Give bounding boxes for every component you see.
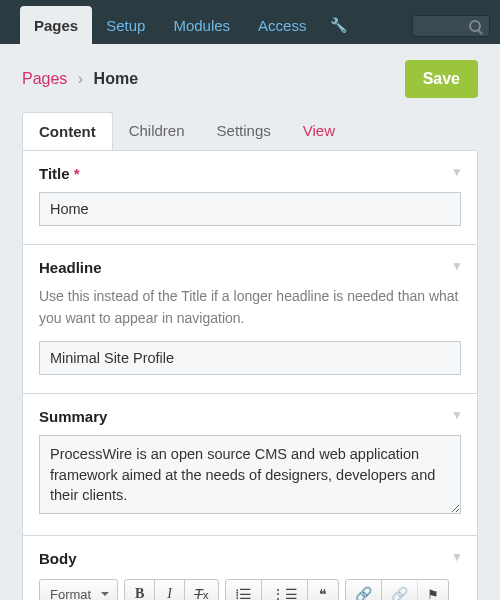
anchor-button[interactable]: ⚑ [418,580,448,600]
list-group: ⁞☰ ⋮☰ ❝ [225,579,339,600]
breadcrumb-current: Home [94,70,138,87]
field-body-label: Body [39,550,461,567]
format-dropdown[interactable]: Format [39,579,118,600]
nav-modules[interactable]: Modules [159,6,244,44]
chevron-down-icon[interactable]: ▼ [451,550,463,564]
tab-settings[interactable]: Settings [201,112,287,150]
primary-nav: Pages Setup Modules Access 🔧 [20,0,357,44]
chevron-down-icon[interactable]: ▼ [451,259,463,273]
page-header: Pages › Home Save [0,44,500,112]
remove-format-button[interactable]: Tx [185,580,217,600]
tab-view[interactable]: View [287,112,351,150]
link-button[interactable]: 🔗 [346,580,382,600]
field-headline-label: Headline [39,259,461,276]
save-button[interactable]: Save [405,60,478,98]
italic-button[interactable]: I [155,580,185,600]
ordered-list-button[interactable]: ⁞☰ [226,580,262,600]
title-input[interactable] [39,192,461,226]
format-select[interactable]: Format [40,580,117,600]
search-icon [469,20,481,32]
nav-access[interactable]: Access [244,6,320,44]
field-headline-description: Use this instead of the Title if a longe… [39,286,461,329]
field-headline: ▼ Headline Use this instead of the Title… [23,245,477,394]
bold-button[interactable]: B [125,580,155,600]
tabs: Content Children Settings View [0,112,500,150]
text-style-group: B I Tx [124,579,218,600]
nav-setup[interactable]: Setup [92,6,159,44]
flag-icon: ⚑ [427,587,439,600]
field-body: ▼ Body Format B I Tx ⁞☰ ⋮☰ ❝ 🔗 🔗 ⚑ [23,536,477,600]
quote-icon: ❝ [319,586,327,600]
body-toolbar: Format B I Tx ⁞☰ ⋮☰ ❝ 🔗 🔗 ⚑ [39,577,461,600]
unlink-icon: 🔗 [391,586,408,600]
unordered-list-icon: ⋮☰ [271,586,298,600]
search-wrap [412,15,490,37]
headline-input[interactable] [39,341,461,375]
chevron-down-icon[interactable]: ▼ [451,165,463,179]
title-label-text: Title [39,165,70,182]
search-input[interactable] [412,15,490,37]
tab-children[interactable]: Children [113,112,201,150]
field-title-label: Title * [39,165,461,182]
summary-textarea[interactable]: ProcessWire is an open source CMS and we… [39,435,461,514]
top-navbar: Pages Setup Modules Access 🔧 [0,0,500,44]
content-panel: ▼ Title * ▼ Headline Use this instead of… [22,150,478,600]
ordered-list-icon: ⁞☰ [235,586,252,600]
field-title: ▼ Title * [23,151,477,245]
breadcrumb: Pages › Home [22,70,138,88]
field-summary: ▼ Summary ProcessWire is an open source … [23,394,477,536]
blockquote-button[interactable]: ❝ [308,580,338,600]
breadcrumb-separator: › [78,70,83,87]
chevron-down-icon[interactable]: ▼ [451,408,463,422]
wrench-icon[interactable]: 🔧 [320,6,357,44]
nav-pages[interactable]: Pages [20,6,92,44]
required-mark: * [74,165,80,182]
link-group: 🔗 🔗 ⚑ [345,579,449,600]
field-summary-label: Summary [39,408,461,425]
breadcrumb-root[interactable]: Pages [22,70,67,87]
unordered-list-button[interactable]: ⋮☰ [262,580,308,600]
link-icon: 🔗 [355,586,372,600]
tab-content[interactable]: Content [22,112,113,150]
unlink-button[interactable]: 🔗 [382,580,418,600]
